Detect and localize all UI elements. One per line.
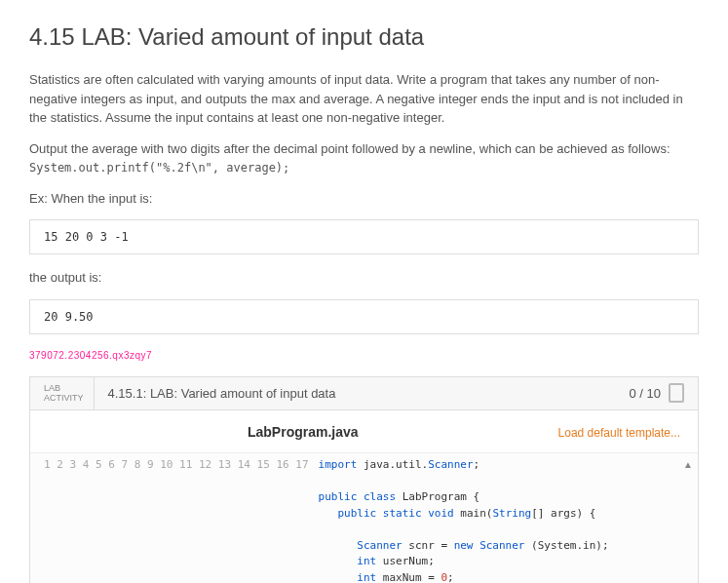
watermark: 379072.2304256.qx3zqy7 [29,348,699,363]
bookmark-icon[interactable] [669,383,684,403]
lab-activity-badge: LABACTIVITY [30,377,95,410]
lab-activity-title: 4.15.1: LAB: Varied amount of input data [108,384,336,404]
example-input-box: 15 20 0 3 -1 [29,219,699,254]
lab-score: 0 / 10 [629,383,684,403]
page-title: 4.15 LAB: Varied amount of input data [29,19,699,55]
scroll-up-icon[interactable]: ▲ [682,457,694,472]
example-output-box: 20 9.50 [29,299,699,334]
description-1: Statistics are often calculated with var… [29,70,699,128]
example-input-label: Ex: When the input is: [29,189,699,209]
lab-header: LABACTIVITY 4.15.1: LAB: Varied amount o… [30,377,698,411]
printf-example: System.out.printf("%.2f\n", average); [29,161,289,175]
load-default-template-link[interactable]: Load default template... [558,424,680,442]
code-editor[interactable]: ▲ 1 2 3 4 5 6 7 8 9 10 11 12 13 14 15 16… [30,452,698,583]
example-output-label: the output is: [29,268,699,288]
lab-panel: LABACTIVITY 4.15.1: LAB: Varied amount o… [29,376,699,584]
description-2: Output the average with two digits after… [29,139,699,177]
editor-filename: LabProgram.java [48,422,558,443]
